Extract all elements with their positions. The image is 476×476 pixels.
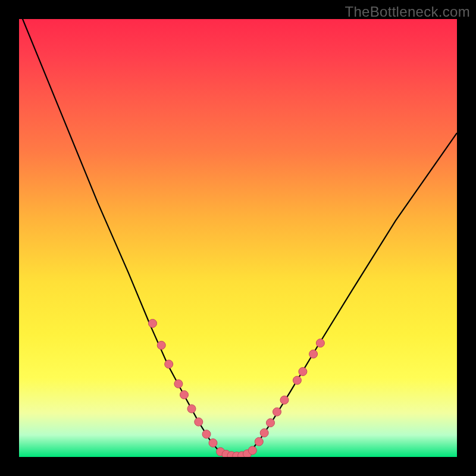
watermark-text: TheBottleneck.com [345,4,470,20]
curve-dot-left [209,439,217,447]
curve-dot-bottom [248,446,256,455]
curve-dot-left [202,430,211,439]
curve-dot-right [260,429,268,437]
curve-dot-right [255,437,263,446]
bottleneck-curve [19,19,457,457]
curve-dot-right [316,339,324,347]
curve-dot-right [309,350,318,358]
curve-dot-left [149,320,157,328]
curve-dot-right [273,408,281,416]
chart-svg [19,19,457,457]
chart-plot-area [19,19,457,457]
curve-dot-left [157,341,165,349]
curve-dot-left [195,418,203,426]
curve-dot-right [280,396,289,404]
curve-dot-left [165,360,173,368]
curve-dot-right [299,368,307,376]
chart-frame: TheBottleneck.com [0,0,476,476]
curve-dot-left [180,391,189,399]
curve-dot-left [174,380,183,388]
curve-dot-right [267,419,275,427]
curve-dot-right [293,376,301,384]
curve-dot-left [187,405,196,413]
curve-dots [149,320,325,458]
